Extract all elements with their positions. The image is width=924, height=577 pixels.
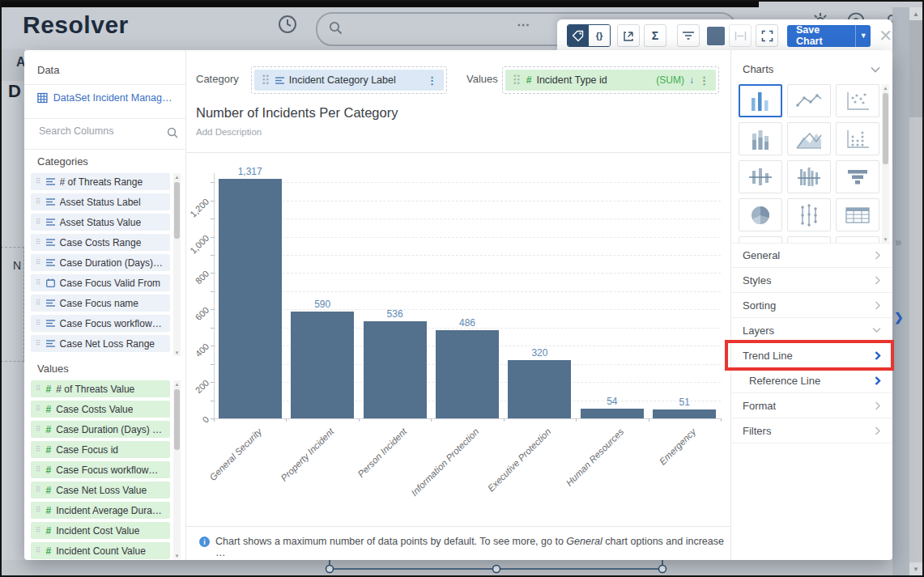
drag-handle-icon[interactable]: ⠿ [36,507,41,514]
drag-handle-icon[interactable]: ⠿ [36,426,41,433]
dot-column-chart-tile[interactable] [836,122,879,155]
value-field-item[interactable]: ⠿#Case Focus id [31,441,170,458]
section-sorting[interactable]: Sorting [731,293,892,318]
grouped-bar-line-chart-tile[interactable] [787,160,831,193]
drag-handle-icon[interactable]: ⠿ [36,385,41,392]
category-field-item[interactable]: ⠿Case Duration (Days) … [31,254,170,271]
page-scrollbar-thumb[interactable] [909,20,922,117]
close-icon[interactable]: ✕ [879,28,892,44]
drag-handle-icon[interactable]: ⠿ [512,73,522,88]
category-field-item[interactable]: ⠿Case Costs Range [31,234,170,251]
partial-tile-tile[interactable] [787,236,831,243]
value-field-item[interactable]: ⠿#Incident Average Dura… [31,502,170,519]
drag-handle-icon[interactable]: ⠿ [36,239,41,246]
dataset-link[interactable]: DataSet Incident Managem… [37,92,175,104]
value-field-item[interactable]: ⠿#Incident Count Value [31,542,170,559]
section-styles[interactable]: Styles [731,268,892,293]
braces-icon[interactable]: {} [589,25,610,46]
chart-color-swatch[interactable] [707,27,725,45]
chevron-right-icon[interactable] [875,401,881,410]
clock-icon[interactable] [278,15,297,37]
value-field-item[interactable]: ⠿#Case Focus workflow… [31,461,170,478]
histogram-chart-tile[interactable] [739,122,782,155]
section-filters[interactable]: Filters [731,418,892,443]
bar[interactable] [219,179,282,418]
bar[interactable] [653,409,716,418]
section-general[interactable]: General [731,243,892,268]
drag-handle-icon[interactable]: ⠿ [36,299,41,307]
chevron-right-icon[interactable] [875,426,881,435]
values-drop-slot[interactable]: ⠿ # Incident Type id (SUM) ↓ ⋮ [502,66,719,94]
category-drop-slot[interactable]: ⠿ Incident Category Label ⋮ [251,66,447,94]
table-chart-tile[interactable] [836,198,879,231]
scroll-down-icon[interactable]: ▼ [173,349,181,356]
scrollbar-thumb[interactable] [883,93,888,164]
drag-handle-icon[interactable]: ⠿ [36,198,41,206]
drag-handle-icon[interactable]: ⠿ [36,446,41,453]
drag-handle-icon[interactable]: ⠿ [36,527,41,534]
bar[interactable] [508,360,571,418]
category-field-item[interactable]: ⠿Asset Status Value [31,214,170,231]
value-field-item[interactable]: ⠿#Case Costs Value [31,401,170,418]
bar-line-chart-tile[interactable] [739,160,782,193]
search-columns-input[interactable] [37,125,162,138]
scroll-up-icon[interactable]: ▲ [173,173,181,180]
scroll-up-icon[interactable]: ▲ [882,84,889,91]
pill-menu-icon[interactable]: ⋮ [427,74,437,87]
pill-menu-icon[interactable]: ⋮ [699,74,709,87]
chevron-right-icon[interactable] [875,376,881,385]
sort-descending-icon[interactable]: ↓ [689,74,694,86]
scroll-down-icon[interactable]: ▼ [882,235,889,243]
scroll-up-icon[interactable]: ▲ [909,7,922,20]
section-layers[interactable]: Layers [731,318,892,343]
chart-type-scrollbar[interactable]: ▲ ▼ [882,84,889,243]
drag-handle-icon[interactable]: ⠿ [36,279,41,286]
drag-handle-icon[interactable]: ⠿ [36,218,41,226]
filter-lines-icon[interactable] [677,24,700,47]
category-field-item[interactable]: ⠿# of Threats Range [31,173,170,190]
bar[interactable] [581,409,644,418]
area-chart-tile[interactable] [787,122,831,155]
scrollbar-thumb[interactable] [174,389,180,450]
values-scrollbar[interactable]: ▲ ▼ [173,380,181,559]
label-tag-icon[interactable] [568,25,589,46]
drag-handle-icon[interactable]: ⠿ [36,178,41,185]
sum-aggregate-icon[interactable]: Σ [644,24,666,47]
search-columns-icon[interactable] [167,127,178,138]
chevron-right-icon[interactable] [875,301,881,310]
chevron-right-icon[interactable] [875,351,881,360]
chevron-right-icon[interactable] [875,251,881,260]
panel-chevron-icon[interactable]: ❯ [894,311,904,324]
category-field-item[interactable]: ⠿Case Net Loss Range [31,335,170,352]
drag-handle-icon[interactable]: ⠿ [36,340,41,347]
chevron-down-icon[interactable] [872,327,881,333]
expand-panel-icon[interactable]: » [895,235,901,248]
bar[interactable] [364,321,427,418]
funnel-chart-tile[interactable] [836,160,879,193]
bar[interactable] [436,330,499,418]
drag-handle-icon[interactable]: ⠿ [36,547,41,554]
drag-handle-icon[interactable]: ⠿ [36,405,41,413]
drag-handle-icon[interactable]: ⠿ [261,73,270,88]
value-field-item[interactable]: ⠿## of Threats Value [31,380,170,397]
line-chart-tile[interactable] [787,84,831,117]
range-dot-chart-tile[interactable] [787,198,831,231]
category-field-item[interactable]: ⠿Case Focus Valid From [31,274,170,291]
chart-title[interactable]: Number of Incidents Per Category [196,105,398,121]
section-format[interactable]: Format [731,393,892,418]
category-field-item[interactable]: ⠿Asset Status Label [31,193,170,210]
chevron-right-icon[interactable] [875,276,881,285]
scrollbar-thumb[interactable] [174,182,180,239]
value-field-item[interactable]: ⠿#Incident Cost Value [31,522,170,539]
section-reference-line[interactable]: Reference Line [731,368,892,393]
scroll-down-icon[interactable]: ▼ [909,562,922,575]
category-field-item[interactable]: ⠿Case Focus workflow… [31,315,170,332]
scroll-down-icon[interactable]: ▼ [173,552,181,559]
section-trend-line[interactable]: Trend Line [731,343,892,368]
partial-tile-tile[interactable] [739,236,782,243]
value-field-item[interactable]: ⠿#Case Net Loss Value [31,482,170,499]
drag-handle-icon[interactable]: ⠿ [36,320,41,327]
save-options-caret-icon[interactable]: ▼ [855,25,871,47]
partial-tile-tile[interactable] [836,236,879,243]
scroll-up-icon[interactable]: ▲ [173,380,181,388]
